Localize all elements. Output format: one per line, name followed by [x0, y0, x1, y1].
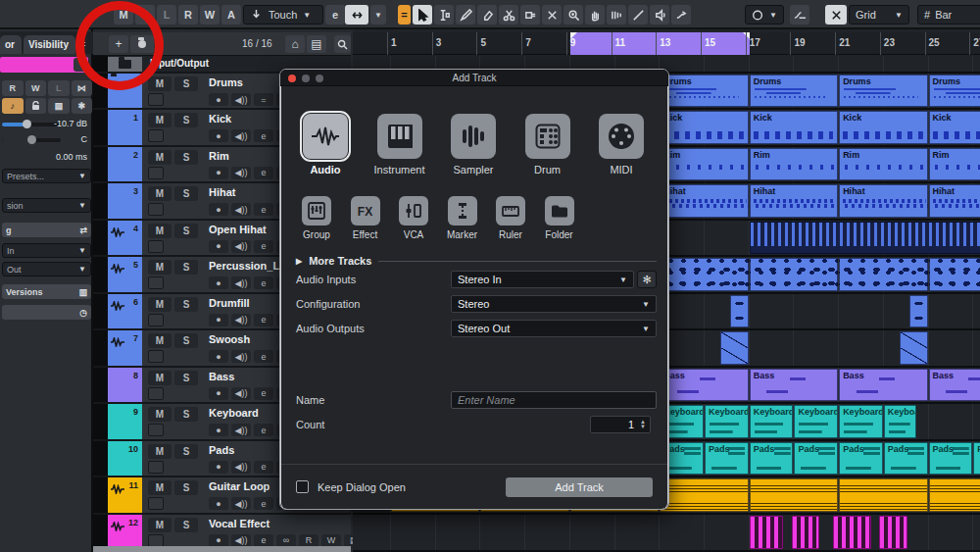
more-tracks-disclosure[interactable]: ▶More Tracks — [296, 255, 657, 267]
clip-swoosh[interactable] — [720, 331, 749, 365]
clip-rim[interactable]: Rim — [839, 148, 927, 180]
track-color-strip[interactable]: 12 — [108, 515, 142, 550]
clip-drums[interactable]: Drums — [750, 75, 838, 107]
track-name[interactable]: Guitar Loop — [209, 480, 270, 492]
musical-mode-icon[interactable]: ♪ — [2, 98, 24, 114]
track-versions-section[interactable]: Versions▥ — [2, 284, 91, 299]
track-name[interactable]: Bass — [209, 371, 234, 382]
track-name[interactable]: Open Hihat — [209, 224, 267, 235]
mute-button[interactable]: M — [148, 76, 172, 91]
track-type-effect[interactable]: FXEffect — [341, 196, 390, 240]
clip-guitar-loop[interactable] — [839, 478, 927, 512]
monitor-icon[interactable]: ◀)) — [231, 276, 251, 289]
mute-button[interactable]: M — [148, 113, 172, 127]
clip-vocal-effect[interactable] — [879, 516, 907, 549]
record-icon[interactable]: ● — [209, 497, 228, 510]
edit-icon[interactable]: e — [254, 167, 273, 179]
clip-bass[interactable]: Bass — [660, 369, 748, 401]
clip-vocal-effect[interactable] — [750, 516, 783, 549]
inspector-w-button[interactable]: W — [25, 80, 47, 96]
volume-fader[interactable] — [2, 123, 61, 126]
clip-kick[interactable]: Kick — [750, 111, 838, 144]
solo-button[interactable]: S — [174, 480, 198, 495]
track-enable-box[interactable] — [148, 534, 164, 547]
track-color-strip[interactable]: 7 — [108, 330, 142, 366]
glue-tool[interactable] — [520, 5, 540, 25]
mute-button[interactable]: M — [148, 333, 172, 348]
add-track-confirm-button[interactable]: Add Track — [506, 477, 653, 497]
minimize-window-icon[interactable] — [302, 75, 310, 82]
monitor-icon[interactable]: ◀)) — [231, 240, 251, 253]
track-color-strip[interactable]: 9 — [108, 404, 142, 439]
track-color-strip[interactable]: 1 — [108, 110, 142, 145]
clip-pads[interactable]: Pads — [750, 442, 794, 475]
clip-rim[interactable]: Rim — [660, 148, 748, 180]
presets-dropdown[interactable]: Presets...▼ — [2, 169, 91, 183]
record-icon[interactable]: ● — [209, 534, 228, 547]
mute-button[interactable]: M — [148, 260, 172, 275]
clip-open-hihat[interactable] — [750, 222, 980, 254]
mute-button[interactable]: M — [148, 297, 172, 312]
track-name[interactable]: Percussion_Lo — [209, 260, 286, 272]
object-select-tool[interactable] — [413, 5, 432, 25]
configuration-dropdown[interactable]: Stereo▼ — [451, 295, 657, 313]
clip-rim[interactable]: Rim — [750, 148, 838, 180]
track-enable-box[interactable] — [148, 314, 164, 326]
expression-dropdown[interactable]: sion▼ — [2, 198, 91, 213]
clip-kick[interactable]: Kick — [929, 111, 980, 144]
clip-pads[interactable]: Pads — [839, 442, 883, 475]
monitor-icon[interactable]: ◀)) — [231, 424, 251, 436]
mute-button[interactable]: M — [148, 444, 172, 459]
clip-hihat[interactable]: Hihat — [839, 184, 927, 218]
track-enable-box[interactable] — [148, 93, 164, 106]
track-type-ruler[interactable]: Ruler — [486, 196, 535, 240]
track-name[interactable]: Drumfill — [209, 297, 250, 309]
freeze-icon[interactable]: ✱ — [72, 98, 93, 114]
line-tool[interactable] — [628, 5, 648, 25]
feedback-tool[interactable] — [671, 5, 691, 25]
edit-icon[interactable]: e — [254, 203, 273, 216]
clip-drumfill[interactable] — [730, 295, 748, 327]
pan-fader[interactable] — [2, 138, 61, 142]
record-icon[interactable]: ● — [209, 203, 228, 216]
track-type-folder[interactable]: Folder — [535, 196, 584, 240]
hand-tool[interactable] — [585, 5, 605, 25]
solo-button[interactable]: S — [174, 333, 198, 348]
solo-button[interactable]: S — [174, 113, 198, 127]
inspector-narrow-button[interactable]: ⋈ — [72, 80, 93, 96]
track-name[interactable]: Vocal Effect — [209, 518, 270, 529]
grid-type-dropdown[interactable]: #Bar▼ — [917, 5, 980, 25]
monitor-icon[interactable]: ◀)) — [231, 387, 251, 400]
solo-button[interactable]: S — [174, 260, 198, 275]
track-name[interactable]: Kick — [209, 113, 231, 125]
timeline-ruler[interactable]: 13579111315171921232527 — [353, 32, 980, 55]
solo-button[interactable]: S — [174, 407, 198, 422]
clip-kick[interactable]: Kick — [839, 111, 927, 144]
output-routing-dropdown[interactable]: Out▼ — [2, 262, 91, 276]
record-icon[interactable]: ● — [209, 461, 228, 474]
clip-bass[interactable]: Bass — [929, 369, 980, 401]
track-color-strip[interactable]: 4 — [108, 221, 142, 256]
monitor-icon[interactable]: ◀)) — [231, 93, 251, 106]
track-name[interactable]: Swoosh — [209, 333, 250, 345]
draw-tool[interactable] — [456, 5, 475, 25]
track-name[interactable]: Pads — [209, 444, 234, 456]
track-type-sampler[interactable]: Sampler — [442, 114, 505, 176]
mute-button[interactable]: M — [148, 150, 172, 165]
track-enable-box[interactable] — [148, 240, 164, 253]
edit-icon[interactable]: e — [254, 387, 273, 400]
mute-button[interactable]: M — [148, 224, 172, 238]
inspector-l-button[interactable]: L — [48, 80, 70, 96]
edit-icon[interactable]: e — [254, 461, 273, 474]
track-color-strip[interactable]: 10 — [108, 441, 142, 477]
lane-vocal-effect[interactable] — [353, 515, 980, 552]
solo-button[interactable]: S — [174, 297, 198, 312]
autoscroll-dropdown[interactable]: ▼ — [370, 5, 386, 25]
delay-value[interactable]: 0.00 ms — [56, 152, 87, 162]
mute-button[interactable]: M — [148, 371, 172, 385]
edit-icon[interactable]: e — [254, 350, 273, 363]
stereo-icon[interactable]: ∞ — [276, 534, 296, 547]
erase-tool[interactable] — [477, 5, 497, 25]
snap-type-dropdown[interactable]: Grid▼ — [849, 5, 909, 25]
clip-keyboard[interactable]: Keyboard — [839, 405, 883, 438]
